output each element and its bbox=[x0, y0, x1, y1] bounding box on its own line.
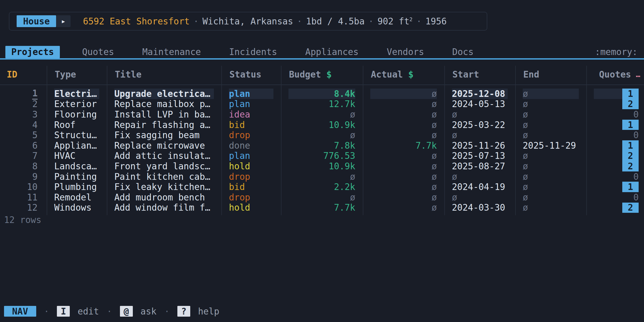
cell-title[interactable]: Install LVP in ba… bbox=[107, 109, 221, 120]
cell-status[interactable]: hold bbox=[221, 161, 281, 171]
cell-quotes[interactable]: 2 bbox=[586, 151, 644, 161]
cell-type[interactable]: Flooring bbox=[47, 109, 107, 120]
tab-appliances[interactable]: Appliances bbox=[299, 46, 365, 58]
cell-id[interactable]: 7 bbox=[0, 151, 47, 161]
cell-quotes[interactable]: 1 bbox=[586, 89, 644, 99]
cell-id[interactable]: 8 bbox=[0, 161, 47, 171]
cell-title[interactable]: Add mudroom bench bbox=[107, 192, 221, 203]
cell-type[interactable]: Applian… bbox=[47, 140, 107, 151]
quotes-count-badge[interactable]: 2 bbox=[622, 203, 639, 213]
cell-status[interactable]: plan bbox=[221, 99, 281, 109]
cell-title[interactable]: Replace mailbox p… bbox=[107, 99, 221, 109]
cell-status[interactable]: hold bbox=[221, 203, 281, 213]
tab-quotes[interactable]: Quotes bbox=[76, 46, 120, 58]
cell-actual[interactable]: ø bbox=[363, 171, 444, 182]
cell-end[interactable]: ø bbox=[515, 203, 586, 213]
cell-type[interactable]: Roof bbox=[47, 120, 107, 130]
cell-status[interactable]: plan bbox=[221, 89, 281, 99]
cell-actual[interactable]: ø bbox=[363, 109, 444, 120]
cell-title[interactable]: Repair flashing a… bbox=[107, 120, 221, 130]
cell-id[interactable]: 9 bbox=[0, 171, 47, 182]
hint-edit[interactable]: Iedit bbox=[57, 306, 99, 317]
cell-budget[interactable]: ø bbox=[281, 171, 363, 182]
cell-title[interactable]: Fix leaky kitchen… bbox=[107, 182, 221, 192]
cell-title[interactable]: Fix sagging beam bbox=[107, 130, 221, 140]
quotes-count-badge[interactable]: 1 bbox=[622, 182, 639, 192]
cell-type[interactable]: Painting bbox=[47, 171, 107, 182]
cell-status[interactable]: drop bbox=[221, 192, 281, 203]
cell-end[interactable]: ø bbox=[515, 120, 586, 130]
cell-end[interactable]: ø bbox=[515, 182, 586, 192]
tab-projects[interactable]: Projects bbox=[5, 46, 60, 58]
tab-incidents[interactable]: Incidents bbox=[223, 46, 283, 58]
cell-type[interactable]: Landsca… bbox=[47, 161, 107, 171]
cell-actual[interactable]: ø bbox=[363, 130, 444, 140]
cell-start[interactable]: 2025-03-22 bbox=[444, 120, 515, 130]
cell-quotes[interactable]: 2 bbox=[586, 99, 644, 109]
quotes-count-badge[interactable]: 2 bbox=[622, 99, 639, 109]
key-question[interactable]: ? bbox=[177, 306, 190, 317]
cell-type[interactable]: Electri… bbox=[47, 89, 107, 99]
cell-id[interactable]: 5 bbox=[0, 130, 47, 140]
cell-actual[interactable]: ø bbox=[363, 99, 444, 109]
cell-end[interactable]: 2025-11-29 bbox=[515, 140, 586, 151]
cell-id[interactable]: 3 bbox=[0, 109, 47, 120]
cell-end[interactable]: ø bbox=[515, 89, 586, 99]
cell-title[interactable]: Add attic insulat… bbox=[107, 151, 221, 161]
tab-vendors[interactable]: Vendors bbox=[381, 46, 430, 58]
tab-maintenance[interactable]: Maintenance bbox=[136, 46, 207, 58]
cell-quotes[interactable]: 2 bbox=[586, 203, 644, 213]
key-at[interactable]: @ bbox=[120, 306, 133, 317]
column-header-end[interactable]: End bbox=[515, 64, 586, 85]
cell-end[interactable]: ø bbox=[515, 109, 586, 120]
cell-title[interactable]: Upgrade electrica… bbox=[107, 89, 221, 99]
cell-budget[interactable]: 7.8k bbox=[281, 140, 363, 151]
cell-start[interactable]: ø bbox=[444, 171, 515, 182]
cell-id[interactable]: 10 bbox=[0, 182, 47, 192]
quotes-count-badge[interactable]: 1 bbox=[622, 140, 639, 151]
cell-start[interactable]: ø bbox=[444, 130, 515, 140]
cell-actual[interactable]: ø bbox=[363, 89, 444, 99]
cell-type[interactable]: Structu… bbox=[47, 130, 107, 140]
cell-title[interactable]: Front yard landsc… bbox=[107, 161, 221, 171]
cell-actual[interactable]: ø bbox=[363, 120, 444, 130]
cell-status[interactable]: bid bbox=[221, 120, 281, 130]
cell-end[interactable]: ø bbox=[515, 130, 586, 140]
cell-quotes[interactable]: 0 bbox=[586, 130, 644, 140]
quotes-count-badge[interactable]: 1 bbox=[622, 89, 639, 99]
cell-start[interactable]: ø bbox=[444, 192, 515, 203]
cell-budget[interactable]: 8.4k bbox=[281, 89, 363, 99]
cell-quotes[interactable]: 0 bbox=[586, 109, 644, 120]
cell-budget[interactable]: 10.9k bbox=[281, 120, 363, 130]
cell-start[interactable]: 2024-03-30 bbox=[444, 203, 515, 213]
column-header-title[interactable]: Title bbox=[107, 64, 221, 85]
key-i[interactable]: I bbox=[57, 306, 70, 317]
cell-start[interactable]: 2025-11-26 bbox=[444, 140, 515, 151]
tab-docs[interactable]: Docs bbox=[446, 46, 479, 58]
cell-status[interactable]: drop bbox=[221, 130, 281, 140]
cell-type[interactable]: Remodel bbox=[47, 192, 107, 203]
cell-id[interactable]: 11 bbox=[0, 192, 47, 203]
cell-id[interactable]: 4 bbox=[0, 120, 47, 130]
cell-quotes[interactable]: 1 bbox=[586, 140, 644, 151]
cell-actual[interactable]: ø bbox=[363, 203, 444, 213]
quotes-count-badge[interactable]: 1 bbox=[622, 120, 639, 130]
cell-start[interactable]: 2025-07-13 bbox=[444, 151, 515, 161]
cell-type[interactable]: HVAC bbox=[47, 151, 107, 161]
cell-end[interactable]: ø bbox=[515, 171, 586, 182]
cell-type[interactable]: Windows bbox=[47, 203, 107, 213]
cell-quotes[interactable]: 0 bbox=[586, 192, 644, 203]
cell-title[interactable]: Paint kitchen cab… bbox=[107, 171, 221, 182]
cell-status[interactable]: done bbox=[221, 140, 281, 151]
cell-type[interactable]: Exterior bbox=[47, 99, 107, 109]
cell-budget[interactable]: ø bbox=[281, 109, 363, 120]
cell-status[interactable]: plan bbox=[221, 151, 281, 161]
cell-start[interactable]: 2025-12-08 bbox=[444, 89, 515, 99]
cell-start[interactable]: 2024-05-13 bbox=[444, 99, 515, 109]
cell-quotes[interactable]: 1 bbox=[586, 182, 644, 192]
cell-start[interactable]: ø bbox=[444, 109, 515, 120]
hint-ask[interactable]: @ask bbox=[120, 306, 156, 317]
cell-budget[interactable]: 776.53 bbox=[281, 151, 363, 161]
cell-status[interactable]: bid bbox=[221, 182, 281, 192]
cell-end[interactable]: ø bbox=[515, 151, 586, 161]
